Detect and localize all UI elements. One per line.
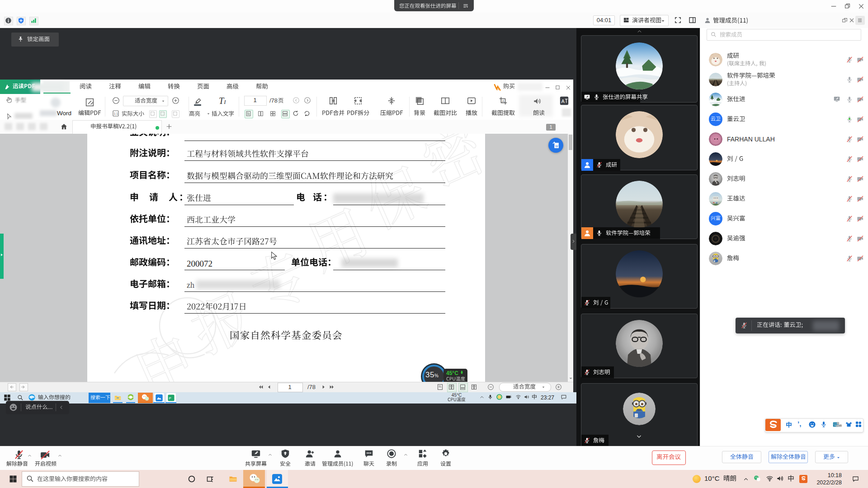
svg-text:W: W bbox=[555, 145, 558, 148]
svg-text:IP: IP bbox=[497, 88, 500, 91]
svg-text:A: A bbox=[502, 99, 505, 103]
svg-text:P: P bbox=[169, 396, 171, 400]
svg-text:A: A bbox=[561, 99, 565, 104]
svg-text:1:1: 1:1 bbox=[114, 112, 118, 115]
svg-text:13: 13 bbox=[840, 425, 841, 427]
